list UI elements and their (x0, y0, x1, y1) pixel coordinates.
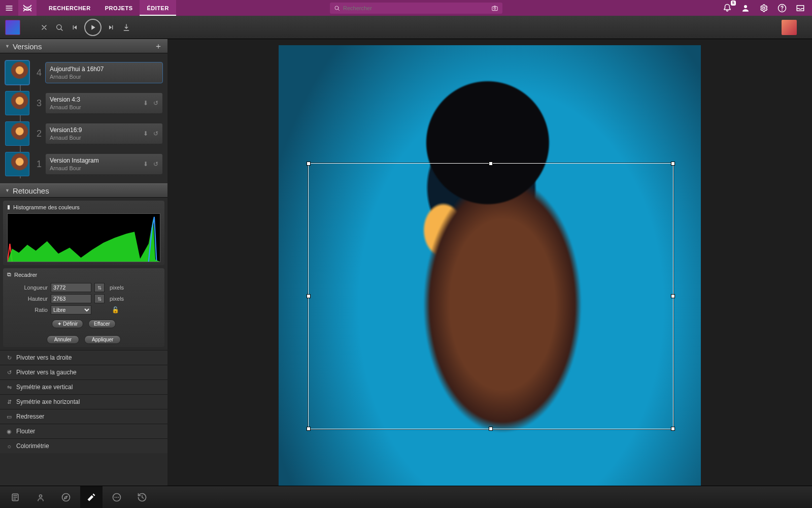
global-search[interactable] (330, 3, 502, 14)
download-icon[interactable]: ⬇ (143, 161, 148, 168)
tool-straighten[interactable]: ▭Redresser (0, 409, 167, 424)
version-item[interactable]: 4 Aujourd'hui à 16h07 Arnaud Bour (3, 57, 164, 88)
edit-tab-button[interactable] (80, 486, 103, 509)
svg-rect-1 (492, 7, 498, 11)
download-icon[interactable]: ⬇ (143, 130, 148, 137)
version-item[interactable]: 2 Version16:9 Arnaud Bour ⬇ ↺ (3, 118, 164, 149)
notifications-button[interactable]: 5 (723, 4, 732, 13)
prev-track-button[interactable] (69, 22, 80, 33)
retouch-title: Retouches (13, 186, 49, 195)
version-item[interactable]: 1 Version Instagram Arnaud Bour ⬇ ↺ (3, 149, 164, 179)
retouch-header[interactable]: ▼ Retouches (0, 183, 167, 198)
camera-icon[interactable] (491, 5, 498, 12)
image-preview[interactable] (279, 45, 701, 486)
versions-header[interactable]: ▼ Versions ＋ (0, 39, 167, 53)
tool-colorimetry[interactable]: ☼Colorimétrie (0, 438, 167, 453)
define-button[interactable]: ✦ Définir (52, 320, 83, 328)
next-track-button[interactable] (106, 22, 117, 33)
version-author: Arnaud Bour (50, 165, 158, 171)
canvas-area[interactable] (167, 39, 812, 486)
unit-label: pixels (110, 284, 135, 291)
tab-projects[interactable]: PROJETS (98, 0, 140, 16)
tool-flip-horizontal[interactable]: ⇵Symétrie axe horizontal (0, 394, 167, 409)
svg-point-10 (40, 495, 42, 497)
tool-rotate-right[interactable]: ↻Pivoter vers la droite (0, 350, 167, 365)
svg-point-3 (744, 5, 747, 8)
help-button[interactable] (777, 4, 787, 13)
version-author: Arnaud Bour (50, 104, 158, 110)
tool-blur[interactable]: ◉Flouter (0, 424, 167, 438)
history-tab-button[interactable] (131, 486, 153, 509)
svg-point-15 (118, 496, 119, 497)
versions-list: 4 Aujourd'hui à 16h07 Arnaud Bour 3 Vers… (0, 53, 167, 183)
version-author: Arnaud Bour (50, 74, 158, 80)
length-input[interactable] (51, 283, 91, 292)
download-button[interactable] (121, 22, 132, 33)
version-thumb (5, 91, 29, 115)
lock-icon[interactable]: 🔓 (112, 306, 135, 313)
add-version-button[interactable]: ＋ (154, 41, 162, 52)
apply-button[interactable]: Appliquer (84, 335, 121, 344)
cancel-button[interactable]: Annuler (47, 335, 79, 344)
history-icon[interactable]: ↺ (153, 161, 158, 168)
version-card: Version 4:3 Arnaud Bour ⬇ ↺ (46, 93, 162, 113)
clear-button[interactable]: Effacer (88, 320, 116, 328)
crop-rectangle[interactable] (308, 163, 673, 429)
ratio-label: Ratio (7, 307, 48, 313)
compare-thumb[interactable] (782, 20, 797, 35)
versions-title: Versions (13, 42, 42, 51)
menu-button[interactable] (0, 4, 18, 12)
crop-handle-l[interactable] (307, 294, 311, 298)
explore-tab-button[interactable] (55, 486, 77, 509)
account-button[interactable] (741, 4, 750, 13)
current-asset-thumb[interactable] (5, 20, 20, 35)
version-title: Version 4:3 (50, 96, 158, 103)
version-title: Aujourd'hui à 16h07 (50, 66, 158, 73)
inbox-button[interactable] (796, 4, 805, 13)
crop-icon: ⧉ (7, 271, 11, 278)
version-card: Version Instagram Arnaud Bour ⬇ ↺ (46, 154, 162, 174)
chevron-down-icon: ▼ (5, 44, 10, 49)
info-tab-button[interactable] (4, 486, 26, 509)
settings-button[interactable] (759, 4, 768, 13)
app-logo[interactable] (18, 0, 37, 16)
crop-handle-r[interactable] (671, 294, 675, 298)
svg-point-11 (62, 493, 70, 501)
close-icon[interactable] (39, 22, 50, 33)
version-number: 4 (33, 68, 42, 78)
crop-handle-br[interactable] (671, 427, 675, 431)
version-item[interactable]: 3 Version 4:3 Arnaud Bour ⬇ ↺ (3, 88, 164, 118)
version-title: Version16:9 (50, 126, 158, 134)
length-label: Longueur (7, 284, 48, 291)
download-icon[interactable]: ⬇ (143, 100, 148, 107)
tool-rotate-left[interactable]: ↺Pivoter vers la gauche (0, 365, 167, 379)
crop-handle-bl[interactable] (307, 427, 311, 431)
rotate-right-icon: ↻ (6, 355, 12, 361)
height-input[interactable] (51, 294, 91, 303)
unit-label: pixels (110, 296, 135, 302)
swap-dims-button-2[interactable]: ⇅ (94, 294, 105, 303)
zoom-icon[interactable] (54, 22, 65, 33)
more-tab-button[interactable] (106, 486, 128, 509)
blur-icon: ◉ (6, 428, 12, 435)
version-thumb (5, 60, 29, 85)
ratio-select[interactable]: Libre (51, 305, 91, 314)
tab-edit[interactable]: ÉDITER (140, 0, 176, 16)
search-input[interactable] (343, 5, 488, 11)
crop-handle-b[interactable] (489, 427, 493, 431)
straighten-icon: ▭ (6, 414, 12, 420)
swap-dims-button[interactable]: ⇅ (94, 283, 105, 292)
header-actions: 5 (716, 4, 812, 13)
tab-search[interactable]: RECHERCHER (42, 0, 98, 16)
rotate-left-icon: ↺ (6, 369, 12, 376)
crop-handle-tr[interactable] (671, 162, 675, 166)
crop-handle-t[interactable] (489, 162, 493, 166)
tool-flip-vertical[interactable]: ⇋Symétrie axe vertical (0, 379, 167, 394)
play-button[interactable] (84, 19, 101, 36)
history-icon[interactable]: ↺ (153, 100, 158, 107)
user-tab-button[interactable] (29, 486, 52, 509)
history-icon[interactable]: ↺ (153, 130, 158, 137)
crop-handle-tl[interactable] (307, 162, 311, 166)
version-thumb (5, 121, 29, 146)
svg-point-13 (115, 496, 116, 497)
